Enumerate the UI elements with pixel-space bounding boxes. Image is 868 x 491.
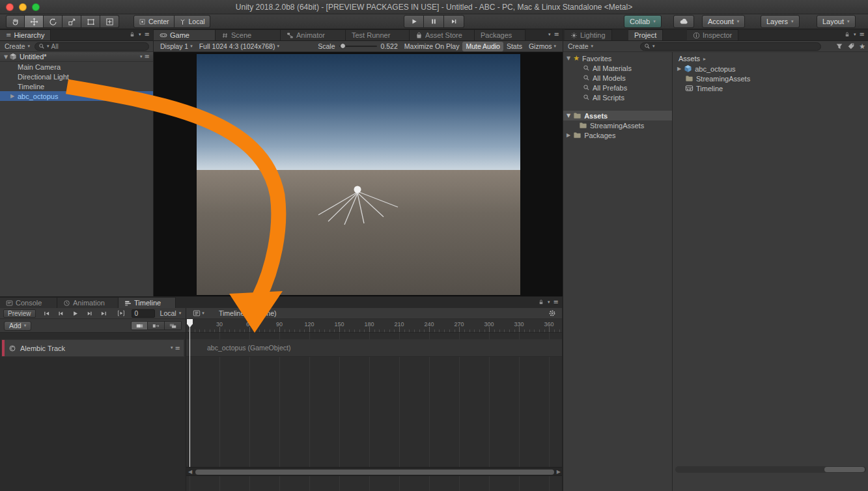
hierarchy-item-directional-light[interactable]: Directional Light — [0, 72, 153, 81]
tab-asset-store[interactable]: Asset Store — [410, 29, 475, 40]
tab-hierarchy[interactable]: ≡ Hierarchy — [0, 29, 51, 40]
panel-menu-icon[interactable]: ≡ — [860, 31, 865, 38]
scale-slider[interactable] — [339, 46, 377, 47]
hierarchy-item-main-camera[interactable]: Main Camera — [0, 62, 153, 72]
tab-inspector[interactable]: Inspector — [687, 29, 738, 40]
scale-tool-button[interactable] — [63, 15, 81, 28]
rect-tool-button[interactable] — [81, 15, 100, 28]
rotate-tool-button[interactable] — [44, 15, 63, 28]
project-search-input[interactable]: ▾ — [640, 42, 821, 51]
tab-timeline[interactable]: Timeline — [119, 297, 176, 308]
asset-abc-octopus[interactable]: ▶ abc_octopus — [673, 64, 868, 74]
timeline-hscrollbar[interactable]: ◀ ▶ — [186, 467, 562, 476]
chevron-down-icon[interactable]: ▾ — [548, 33, 551, 37]
stats-toggle[interactable]: Stats — [503, 42, 525, 51]
tab-animator[interactable]: Animator — [281, 29, 346, 40]
replace-mode-button[interactable] — [165, 321, 182, 330]
zoom-window-button[interactable] — [32, 3, 40, 11]
timeline-splitter[interactable] — [186, 308, 186, 491]
tab-lighting[interactable]: Lighting — [565, 29, 612, 40]
foldout-closed-icon[interactable]: ▶ — [9, 93, 16, 99]
folder-streaming-assets[interactable]: StreamingAssets — [563, 120, 672, 130]
scroll-right-icon[interactable]: ▶ — [557, 469, 561, 475]
timeline-hscroll-thumb[interactable] — [195, 470, 554, 475]
account-dropdown[interactable]: Account ▾ — [702, 15, 745, 28]
favorites-filter-icon[interactable]: ★ — [859, 43, 865, 50]
rotation-mode-button[interactable]: Local — [175, 15, 210, 28]
lock-icon[interactable] — [538, 299, 544, 305]
foldout-closed-icon[interactable]: ▶ — [567, 132, 570, 138]
tab-project[interactable]: Project — [628, 29, 663, 40]
lock-icon[interactable] — [129, 31, 135, 38]
filter-by-type-icon[interactable] — [835, 42, 843, 50]
foldout-open-icon[interactable]: ▼ — [567, 113, 570, 119]
saved-search-all-materials[interactable]: All Materials — [563, 63, 672, 73]
asset-streaming-assets[interactable]: StreamingAssets — [673, 74, 868, 83]
track-menu-icon[interactable]: ≡ — [175, 345, 180, 352]
mute-audio-toggle[interactable]: Mute Audio — [462, 42, 503, 51]
folder-assets[interactable]: ▼ Assets — [563, 111, 672, 120]
ripple-mode-button[interactable] — [148, 321, 165, 330]
asset-timeline[interactable]: Timeline — [673, 83, 868, 93]
layers-dropdown[interactable]: Layers ▾ — [761, 15, 800, 28]
timeline-playhead[interactable] — [187, 319, 193, 328]
display-dropdown[interactable]: Display 1 ▾ — [157, 42, 196, 51]
scene-menu-icon[interactable]: ≡ — [145, 53, 150, 60]
move-tool-button[interactable] — [25, 15, 44, 28]
next-frame-button[interactable] — [83, 309, 97, 318]
filter-by-label-icon[interactable] — [847, 42, 855, 50]
aspect-dropdown[interactable]: Full 1024 4:3 (1024x768) ▾ — [196, 42, 283, 51]
saved-search-all-scripts[interactable]: All Scripts — [563, 92, 672, 102]
preview-toggle[interactable]: Preview — [3, 309, 36, 318]
panel-menu-icon[interactable]: ≡ — [553, 299, 559, 305]
icon-size-slider-thumb[interactable] — [824, 467, 865, 472]
add-track-button[interactable]: Add ▾ — [4, 321, 31, 331]
chevron-down-icon[interactable]: ▾ — [548, 300, 550, 305]
gizmos-dropdown[interactable]: Gizmos ▾ — [525, 42, 559, 51]
timeline-settings-button[interactable] — [545, 309, 559, 318]
step-button[interactable] — [444, 15, 464, 28]
panel-menu-icon[interactable]: ≡ — [554, 31, 559, 38]
favorites-root[interactable]: ▼ ★ Favorites — [563, 53, 672, 63]
go-to-start-button[interactable] — [40, 309, 54, 318]
chevron-down-icon[interactable]: ▾ — [171, 346, 173, 350]
tab-test-runner[interactable]: Test Runner — [346, 29, 410, 40]
chevron-down-icon[interactable]: ▾ — [140, 55, 143, 59]
timeline-selector-button[interactable]: ▾ — [190, 309, 207, 318]
panel-menu-icon[interactable]: ≡ — [145, 31, 150, 38]
tab-scene[interactable]: Scene — [216, 29, 281, 40]
layout-dropdown[interactable]: Layout ▾ — [817, 15, 856, 28]
tab-game[interactable]: Game — [154, 29, 216, 40]
timeline-play-button[interactable] — [68, 309, 83, 318]
go-to-end-button[interactable] — [97, 309, 111, 318]
saved-search-all-models[interactable]: All Models — [563, 73, 672, 83]
hierarchy-create-dropdown[interactable]: Create ▾ — [3, 42, 32, 50]
foldout-closed-icon[interactable]: ▶ — [677, 66, 681, 72]
icon-size-slider[interactable] — [675, 466, 866, 473]
collab-dropdown[interactable]: Collab ▾ — [624, 15, 662, 28]
lock-icon[interactable] — [844, 31, 850, 38]
scroll-left-icon[interactable]: ◀ — [188, 469, 192, 475]
tab-console[interactable]: Console — [0, 297, 57, 308]
cloud-services-button[interactable] — [673, 15, 694, 28]
minimize-window-button[interactable] — [19, 3, 27, 11]
close-window-button[interactable] — [6, 3, 14, 11]
hierarchy-item-abc-octopus[interactable]: ▶ abc_octopus — [0, 91, 153, 101]
breadcrumb[interactable]: Assets ▸ — [673, 53, 868, 64]
project-create-dropdown[interactable]: Create ▾ — [566, 42, 595, 50]
play-button[interactable] — [404, 15, 424, 28]
alembic-track-header[interactable]: Alembic Track ▾ ≡ — [1, 339, 184, 357]
foldout-open-icon[interactable]: ▼ — [567, 55, 570, 61]
saved-search-all-prefabs[interactable]: All Prefabs — [563, 83, 672, 92]
scene-row[interactable]: ▼ Untitled* ▾ ≡ — [0, 52, 153, 62]
timeline-ruler[interactable]: 30 60 90 120 150 180 210 240 270 300 330… — [186, 319, 562, 333]
mix-mode-button[interactable] — [131, 321, 148, 330]
foldout-open-icon[interactable]: ▼ — [3, 54, 9, 60]
hierarchy-search-input[interactable]: ▾ All — [35, 42, 149, 51]
folder-packages[interactable]: ▶ Packages — [563, 130, 672, 140]
frame-field[interactable]: 0 — [132, 309, 155, 318]
previous-frame-button[interactable] — [54, 309, 68, 318]
maximize-on-play-toggle[interactable]: Maximize On Play — [401, 42, 463, 51]
tab-packages[interactable]: Packages — [475, 29, 525, 40]
chevron-down-icon[interactable]: ▾ — [854, 33, 856, 37]
